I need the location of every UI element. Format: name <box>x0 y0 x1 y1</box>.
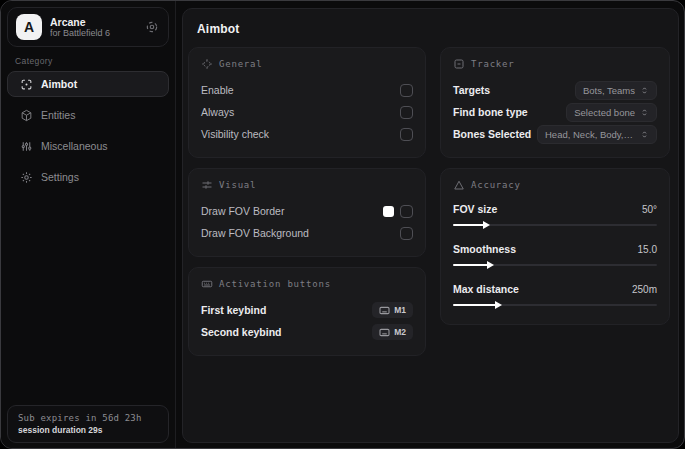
chevrons-up-down-icon <box>640 107 649 118</box>
brand-text: Arcane for Battlefield 6 <box>50 16 136 38</box>
find-bone-type-value: Selected bone <box>574 107 635 118</box>
row-label: Always <box>201 106 234 118</box>
activation-card: Activation buttons First keybind M1 S <box>188 267 426 356</box>
first-keybind-button[interactable]: M1 <box>372 302 413 318</box>
general-card: General Enable Always Visibility check <box>188 47 426 158</box>
keybind-value: M2 <box>394 327 406 337</box>
sidebar-item-label: Settings <box>41 171 79 183</box>
visual-row-fov-background: Draw FOV Background <box>201 222 413 244</box>
app-logo: A <box>16 14 42 40</box>
slider-fill <box>453 304 496 306</box>
bones-selected-value: Head, Neck, Body, Pe.. <box>545 129 635 140</box>
find-bone-type-select[interactable]: Selected bone <box>566 103 657 122</box>
fov-background-checkbox[interactable] <box>400 227 413 240</box>
app-window: A Arcane for Battlefield 6 Category <box>0 0 685 449</box>
subscription-box: Sub expires in 56d 23h session duration … <box>7 405 169 443</box>
slider-fill <box>453 264 488 266</box>
chevrons-up-down-icon <box>640 85 649 96</box>
slider-thumb[interactable] <box>483 221 490 229</box>
sidebar-item-label: Aimbot <box>41 78 77 90</box>
sidebar-item-aimbot[interactable]: Aimbot <box>7 71 169 97</box>
targets-row: Targets Bots, Teams <box>453 79 657 101</box>
targets-select[interactable]: Bots, Teams <box>575 81 657 100</box>
always-checkbox[interactable] <box>400 106 413 119</box>
general-row-always: Always <box>201 101 413 123</box>
enable-checkbox[interactable] <box>400 84 413 97</box>
targets-value: Bots, Teams <box>583 85 635 96</box>
max-distance-group: Max distance 250m <box>453 280 657 310</box>
accuracy-card-title: Accuracy <box>471 180 521 190</box>
activation-card-header: Activation buttons <box>201 278 413 290</box>
left-column: General Enable Always Visibility check <box>188 47 426 366</box>
horizontal-sliders-icon <box>201 179 213 191</box>
second-keybind-button[interactable]: M2 <box>372 324 413 340</box>
slider-fill <box>453 224 484 226</box>
row-label: First keybind <box>201 304 266 316</box>
max-distance-value: 250m <box>632 284 657 295</box>
sidebar-item-settings[interactable]: Settings <box>7 164 169 190</box>
row-label: Second keybind <box>201 326 282 338</box>
row-label: Max distance <box>453 283 519 295</box>
sidebar-item-label: Miscellaneous <box>41 140 108 152</box>
right-column: Tracker Targets Bots, Teams Find bone <box>440 47 670 335</box>
general-row-visibility: Visibility check <box>201 123 413 145</box>
fov-border-checkbox[interactable] <box>400 205 413 218</box>
bones-selected-row: Bones Selected Head, Neck, Body, Pe.. <box>453 123 657 145</box>
crosshair-dashed-icon <box>201 58 213 70</box>
cube-icon <box>20 109 33 122</box>
bones-selected-select[interactable]: Head, Neck, Body, Pe.. <box>537 125 657 144</box>
main-panel: Aimbot General Enable <box>182 8 679 443</box>
visual-card-title: Visual <box>219 180 256 190</box>
fov-border-controls <box>383 205 413 218</box>
row-label: Bones Selected <box>453 128 531 140</box>
keybind-value: M1 <box>394 305 406 315</box>
max-distance-slider[interactable] <box>453 300 657 310</box>
row-label: Enable <box>201 84 234 96</box>
visual-card: Visual Draw FOV Border Draw FOV Backgrou… <box>188 168 426 257</box>
visibility-check-checkbox[interactable] <box>400 128 413 141</box>
row-label: Draw FOV Background <box>201 227 309 239</box>
row-label: Draw FOV Border <box>201 205 284 217</box>
sidebar-nav: Aimbot Entities Miscella <box>7 71 169 195</box>
visual-card-header: Visual <box>201 179 413 191</box>
subscription-expiry: Sub expires in 56d 23h <box>18 413 158 423</box>
crosshair-scan-icon <box>20 78 33 91</box>
smoothness-slider[interactable] <box>453 260 657 270</box>
keyboard-icon <box>201 278 213 290</box>
row-label: Visibility check <box>201 128 269 140</box>
brand-header: A Arcane for Battlefield 6 <box>7 7 169 47</box>
fov-border-color-swatch[interactable] <box>383 206 394 217</box>
first-keybind-row: First keybind M1 <box>201 299 413 321</box>
category-label: Category <box>15 56 53 66</box>
keyboard-icon <box>379 328 390 337</box>
sidebar: A Arcane for Battlefield 6 Category <box>1 1 176 448</box>
general-card-header: General <box>201 58 413 70</box>
tracker-card-title: Tracker <box>471 59 515 69</box>
find-bone-type-row: Find bone type Selected bone <box>453 101 657 123</box>
activation-card-title: Activation buttons <box>219 279 331 289</box>
row-label: FOV size <box>453 203 497 215</box>
general-card-title: General <box>219 59 263 69</box>
accuracy-card: Accuracy FOV size 50° <box>440 168 670 325</box>
smoothness-group: Smoothness 15.0 <box>453 240 657 270</box>
fov-size-group: FOV size 50° <box>453 200 657 230</box>
accuracy-card-header: Accuracy <box>453 179 657 191</box>
sidebar-item-entities[interactable]: Entities <box>7 102 169 128</box>
visual-row-fov-border: Draw FOV Border <box>201 200 413 222</box>
fov-size-slider[interactable] <box>453 220 657 230</box>
slider-thumb[interactable] <box>487 261 494 269</box>
fov-size-value: 50° <box>642 204 657 215</box>
second-keybind-row: Second keybind M2 <box>201 321 413 343</box>
chevrons-up-down-icon <box>640 129 649 140</box>
general-row-enable: Enable <box>201 79 413 101</box>
sync-icon[interactable] <box>144 19 160 35</box>
gear-icon <box>20 171 33 184</box>
brand-subtitle: for Battlefield 6 <box>50 28 136 38</box>
session-duration: session duration 29s <box>18 425 158 435</box>
square-minus-icon <box>453 58 465 70</box>
slider-thumb[interactable] <box>495 301 502 309</box>
brand-name: Arcane <box>50 16 136 28</box>
tracker-card-header: Tracker <box>453 58 657 70</box>
sidebar-item-miscellaneous[interactable]: Miscellaneous <box>7 133 169 159</box>
sidebar-item-label: Entities <box>41 109 75 121</box>
